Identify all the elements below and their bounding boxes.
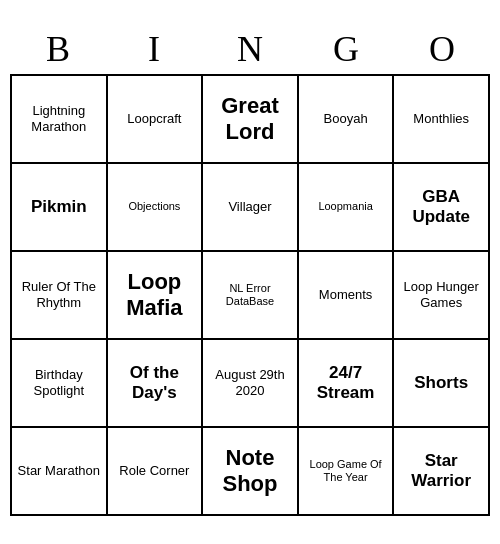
cell-text: Shorts: [414, 373, 468, 393]
cell-text: Birthday Spotlight: [16, 367, 102, 398]
bingo-cell-r0-c3: Booyah: [299, 76, 395, 164]
bingo-cell-r0-c0: Lightning Marathon: [12, 76, 108, 164]
cell-text: Loop Mafia: [112, 269, 198, 322]
bingo-cell-r3-c4: Shorts: [394, 340, 490, 428]
bingo-cell-r3-c2: August 29th 2020: [203, 340, 299, 428]
cell-text: Role Corner: [119, 463, 189, 479]
bingo-cell-r3-c0: Birthday Spotlight: [12, 340, 108, 428]
bingo-cell-r1-c2: Villager: [203, 164, 299, 252]
cell-text: 24/7 Stream: [303, 363, 389, 404]
cell-text: Monthlies: [413, 111, 469, 127]
bingo-cell-r1-c1: Objections: [108, 164, 204, 252]
bingo-cell-r2-c3: Moments: [299, 252, 395, 340]
cell-text: Booyah: [324, 111, 368, 127]
bingo-letter-o: O: [398, 28, 486, 70]
cell-text: August 29th 2020: [207, 367, 293, 398]
bingo-cell-r3-c1: Of the Day's: [108, 340, 204, 428]
cell-text: Loopmania: [318, 200, 372, 213]
bingo-cell-r2-c0: Ruler Of The Rhythm: [12, 252, 108, 340]
bingo-cell-r0-c1: Loopcraft: [108, 76, 204, 164]
cell-text: Great Lord: [207, 93, 293, 146]
bingo-cell-r4-c1: Role Corner: [108, 428, 204, 516]
cell-text: Of the Day's: [112, 363, 198, 404]
bingo-letter-g: G: [302, 28, 390, 70]
cell-text: Ruler Of The Rhythm: [16, 279, 102, 310]
cell-text: Loopcraft: [127, 111, 181, 127]
cell-text: Star Marathon: [18, 463, 100, 479]
bingo-cell-r2-c4: Loop Hunger Games: [394, 252, 490, 340]
cell-text: Note Shop: [207, 445, 293, 498]
bingo-cell-r1-c3: Loopmania: [299, 164, 395, 252]
cell-text: Villager: [228, 199, 271, 215]
cell-text: Loop Game Of The Year: [303, 458, 389, 484]
bingo-board: BINGO Lightning MarathonLoopcraftGreat L…: [10, 28, 490, 516]
bingo-letter-n: N: [206, 28, 294, 70]
cell-text: Loop Hunger Games: [398, 279, 484, 310]
bingo-cell-r2-c1: Loop Mafia: [108, 252, 204, 340]
bingo-letter-i: I: [110, 28, 198, 70]
bingo-grid: Lightning MarathonLoopcraftGreat LordBoo…: [10, 74, 490, 516]
bingo-cell-r3-c3: 24/7 Stream: [299, 340, 395, 428]
bingo-cell-r4-c3: Loop Game Of The Year: [299, 428, 395, 516]
bingo-cell-r4-c4: Star Warrior: [394, 428, 490, 516]
cell-text: Star Warrior: [398, 451, 484, 492]
bingo-cell-r4-c2: Note Shop: [203, 428, 299, 516]
bingo-cell-r0-c2: Great Lord: [203, 76, 299, 164]
bingo-cell-r1-c0: Pikmin: [12, 164, 108, 252]
bingo-cell-r2-c2: NL Error DataBase: [203, 252, 299, 340]
bingo-header: BINGO: [10, 28, 490, 70]
cell-text: Objections: [128, 200, 180, 213]
cell-text: Moments: [319, 287, 372, 303]
cell-text: GBA Update: [398, 187, 484, 228]
cell-text: NL Error DataBase: [207, 282, 293, 308]
bingo-cell-r1-c4: GBA Update: [394, 164, 490, 252]
cell-text: Pikmin: [31, 197, 87, 217]
bingo-letter-b: B: [14, 28, 102, 70]
bingo-cell-r4-c0: Star Marathon: [12, 428, 108, 516]
bingo-cell-r0-c4: Monthlies: [394, 76, 490, 164]
cell-text: Lightning Marathon: [16, 103, 102, 134]
